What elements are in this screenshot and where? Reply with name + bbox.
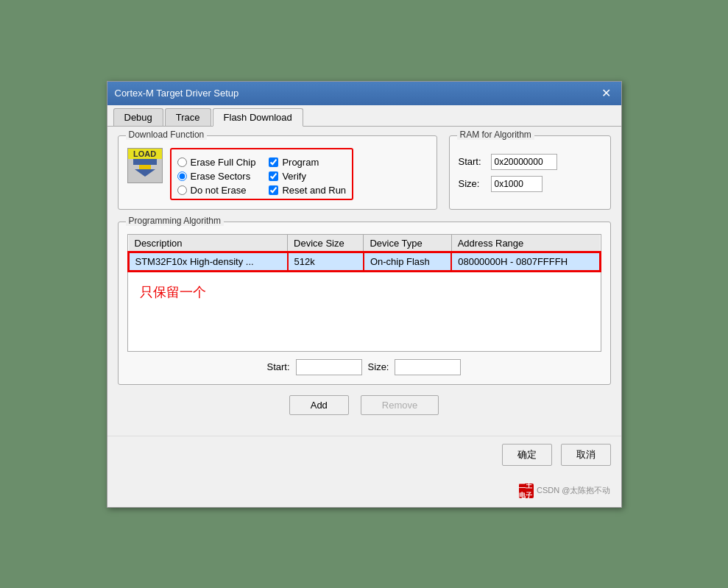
close-button[interactable]: ✕ <box>599 86 614 101</box>
tab-trace[interactable]: Trace <box>165 108 211 126</box>
radio-erase-full-chip[interactable]: Erase Full Chip <box>177 157 256 168</box>
col-device-type: Device Type <box>364 235 451 252</box>
top-row: Download Function LOAD <box>118 135 611 219</box>
ram-algorithm-title: RAM for Algorithm <box>457 130 534 140</box>
radio-erase-sectors-input[interactable] <box>177 171 187 181</box>
tab-flash-download[interactable]: Flash Download <box>213 108 303 127</box>
annotation-text: 只保留一个 <box>128 272 601 313</box>
programming-algorithm-group: Programming Algorithm Description Device… <box>118 222 611 385</box>
algo-start-label: Start: <box>267 361 290 372</box>
checkbox-verify-input[interactable] <box>269 171 278 181</box>
watermark-icon: 二土电子 <box>519 483 534 498</box>
df-inner: LOAD <box>127 148 428 200</box>
ram-start-label: Start: <box>459 156 487 167</box>
ram-start-row: Start: <box>459 154 601 170</box>
svg-rect-0 <box>133 159 157 165</box>
checkbox-verify[interactable]: Verify <box>269 171 346 182</box>
programming-algorithm-title: Programming Algorithm <box>126 216 224 226</box>
col-device-size: Device Size <box>288 235 364 252</box>
checkbox-program-input[interactable] <box>269 157 278 167</box>
algo-size-input[interactable] <box>395 359 461 375</box>
svg-rect-1 <box>139 165 151 169</box>
cancel-button[interactable]: 取消 <box>561 444 611 466</box>
radio-do-not-erase[interactable]: Do not Erase <box>177 185 256 196</box>
checkbox-reset-and-run-input[interactable] <box>269 185 278 195</box>
checkbox-group: Program Verify Reset and Run <box>269 157 346 196</box>
col-address-range: Address Range <box>451 235 599 252</box>
table-header-row: Description Device Size Device Type Addr… <box>129 235 600 252</box>
load-icon-arrow <box>132 159 158 182</box>
algo-table-container: Description Device Size Device Type Addr… <box>127 234 601 352</box>
tab-content: Download Function LOAD <box>107 127 621 424</box>
remove-button[interactable]: Remove <box>361 395 439 415</box>
radio-erase-full-chip-input[interactable] <box>177 157 187 167</box>
cell-address-range: 08000000H - 0807FFFFH <box>451 252 599 271</box>
algo-size-label: Size: <box>368 361 389 372</box>
algo-bottom-fields: Start: Size: <box>127 359 601 375</box>
erase-radio-group: Erase Full Chip Erase Sectors Do not Era… <box>177 157 256 196</box>
ok-button[interactable]: 确定 <box>502 444 552 466</box>
dialog-title: Cortex-M Target Driver Setup <box>115 88 239 99</box>
load-icon-label: LOAD <box>128 149 162 159</box>
radio-erase-sectors[interactable]: Erase Sectors <box>177 171 256 182</box>
ram-size-label: Size: <box>459 178 487 189</box>
download-function-group: Download Function LOAD <box>118 135 437 210</box>
radio-do-not-erase-input[interactable] <box>177 185 187 195</box>
watermark-text: CSDN @太陈抱不动 <box>537 485 610 496</box>
tab-bar: Debug Trace Flash Download <box>107 105 621 127</box>
col-description: Description <box>129 235 288 252</box>
cell-device-type: On-chip Flash <box>364 252 451 271</box>
checkbox-program[interactable]: Program <box>269 157 346 168</box>
ram-fields: Start: Size: <box>459 154 601 192</box>
tab-debug[interactable]: Debug <box>113 108 163 126</box>
table-row[interactable]: STM32F10x High-density ... 512k On-chip … <box>129 252 600 271</box>
ram-algorithm-group: RAM for Algorithm Start: Size: <box>449 135 611 210</box>
erase-options-box: Erase Full Chip Erase Sectors Do not Era… <box>170 148 354 200</box>
algo-table: Description Device Size Device Type Addr… <box>128 235 601 272</box>
ram-size-row: Size: <box>459 176 601 192</box>
download-function-title: Download Function <box>126 130 208 140</box>
title-bar: Cortex-M Target Driver Setup ✕ <box>107 82 621 105</box>
watermark: 二土电子 CSDN @太陈抱不动 <box>519 483 610 498</box>
load-icon: LOAD <box>127 148 163 183</box>
cell-device-size: 512k <box>288 252 364 271</box>
svg-marker-2 <box>135 169 155 177</box>
confirm-row: 确定 取消 二土电子 CSDN @太陈抱不动 <box>107 436 621 473</box>
checkbox-reset-and-run[interactable]: Reset and Run <box>269 185 346 196</box>
cell-description: STM32F10x High-density ... <box>129 252 288 271</box>
ram-start-input[interactable] <box>491 154 557 170</box>
algo-start-input[interactable] <box>296 359 362 375</box>
button-row: Add Remove <box>118 395 611 415</box>
options-area: Erase Full Chip Erase Sectors Do not Era… <box>177 157 347 196</box>
add-button[interactable]: Add <box>289 395 349 415</box>
ram-size-input[interactable] <box>491 176 543 192</box>
main-dialog: Cortex-M Target Driver Setup ✕ Debug Tra… <box>107 81 622 508</box>
